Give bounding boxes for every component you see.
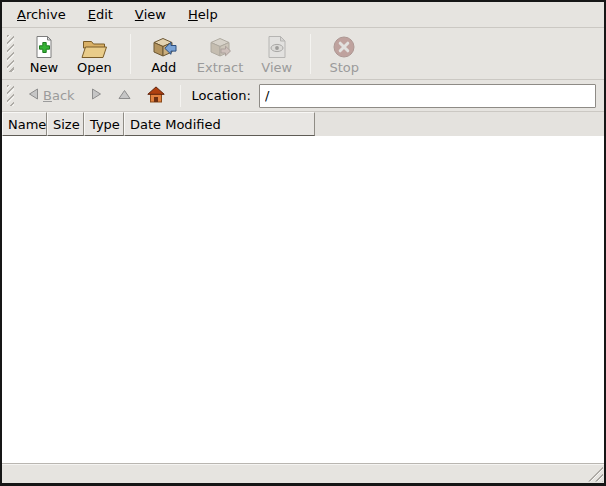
extract-icon <box>207 33 233 59</box>
stop-button-label: Stop <box>329 60 359 75</box>
extract-button[interactable]: Extract <box>189 30 252 78</box>
add-files-icon <box>151 33 177 59</box>
up-button[interactable] <box>112 84 137 107</box>
new-button-label: New <box>30 60 58 75</box>
view-button-label: View <box>261 60 292 75</box>
resize-grip[interactable] <box>588 467 603 482</box>
extract-button-label: Extract <box>197 60 244 75</box>
navbar-drag-handle[interactable] <box>7 85 14 107</box>
location-label: Location: <box>192 88 251 103</box>
open-button[interactable]: Open <box>69 30 120 78</box>
up-arrow-icon <box>118 88 131 103</box>
forward-arrow-icon <box>91 88 102 103</box>
home-icon <box>147 86 165 106</box>
open-archive-icon <box>81 33 108 59</box>
back-button-label: Back <box>43 88 75 103</box>
statusbar <box>2 463 604 483</box>
navigation-bar: Back Location: <box>2 80 604 112</box>
column-header-filler <box>315 112 604 136</box>
location-input[interactable] <box>259 84 596 108</box>
file-list-area[interactable] <box>2 136 604 463</box>
stop-button[interactable]: Stop <box>321 30 367 78</box>
stop-icon <box>332 33 356 59</box>
open-button-label: Open <box>77 60 112 75</box>
menu-help[interactable]: Help <box>179 3 227 26</box>
add-button-label: Add <box>151 60 176 75</box>
toolbar-separator <box>130 34 131 74</box>
back-button[interactable]: Back <box>22 84 81 107</box>
menu-view[interactable]: View <box>126 3 175 26</box>
menubar: Archive Edit View Help <box>2 2 604 28</box>
navbar-separator <box>180 85 181 107</box>
add-button[interactable]: Add <box>141 30 187 78</box>
menu-edit[interactable]: Edit <box>79 3 122 26</box>
column-header-date-modified[interactable]: Date Modified <box>124 112 315 136</box>
menu-archive[interactable]: Archive <box>8 3 75 26</box>
column-header-size[interactable]: Size <box>47 112 84 136</box>
back-arrow-icon <box>28 88 39 103</box>
column-header-name[interactable]: Name <box>2 112 47 136</box>
view-file-icon <box>266 33 288 59</box>
archive-manager-window: Archive Edit View Help New <box>0 0 606 486</box>
main-toolbar: New Open Add <box>2 28 604 80</box>
new-archive-icon <box>32 33 56 59</box>
column-header-type[interactable]: Type <box>84 112 124 136</box>
view-button[interactable]: View <box>253 30 300 78</box>
home-button[interactable] <box>141 82 171 110</box>
forward-button[interactable] <box>85 84 108 107</box>
toolbar-separator <box>310 34 311 74</box>
file-list-header: Name Size Type Date Modified <box>2 112 604 136</box>
toolbar-drag-handle[interactable] <box>7 35 14 73</box>
new-button[interactable]: New <box>21 30 67 78</box>
